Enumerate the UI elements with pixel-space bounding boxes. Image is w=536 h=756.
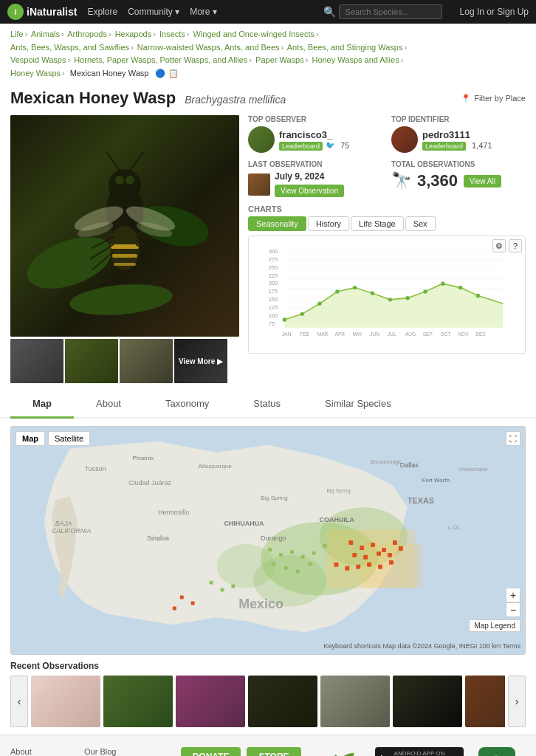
satellite-view-button[interactable]: Satellite [48, 431, 90, 446]
svg-text:COAHUILA: COAHUILA [320, 517, 355, 524]
obs-thumb-3[interactable] [176, 676, 245, 727]
obs-thumb-4[interactable] [248, 676, 317, 727]
svg-point-42 [283, 318, 286, 322]
tab-similar-species[interactable]: Similar Species [303, 391, 413, 419]
obs-thumb-6[interactable] [393, 676, 462, 727]
map-container[interactable]: Mexico Dallas Fort Worth TEXAS L.OL. BAJ… [10, 426, 526, 655]
chart-tab-lifestage[interactable]: Life Stage [351, 216, 404, 231]
map-fullscreen-button[interactable]: ⛶ [506, 431, 520, 446]
store-button[interactable]: STORE [247, 747, 300, 756]
header-right: 🔍 Log In or Sign Up [323, 4, 529, 19]
common-name: Mexican Honey Wasp [10, 89, 176, 107]
recent-obs-label: Recent Observations [10, 661, 526, 671]
map-view-button[interactable]: Map [16, 431, 45, 446]
nav-more[interactable]: More ▾ [190, 7, 217, 17]
breadcrumb-narrow[interactable]: Narrow-waisted Wasps, Ants, and Bees [137, 43, 280, 52]
observer-bird-icon: 🐦 [326, 141, 334, 149]
breadcrumb-hexapods[interactable]: Hexapods [115, 30, 152, 38]
svg-rect-78 [382, 548, 386, 552]
footer-col-about: About Help Forum Press Jobs [10, 747, 69, 756]
chart-tab-seasonality[interactable]: Seasonality [248, 216, 306, 231]
carousel-next-button[interactable]: › [508, 676, 526, 727]
svg-point-52 [458, 286, 462, 289]
top-identifier-avatar[interactable] [391, 126, 418, 153]
breadcrumb-animals[interactable]: Animals [31, 30, 60, 38]
breadcrumb-arthropods[interactable]: Arthropods [67, 30, 107, 38]
observer-name[interactable]: francisco3_ [279, 129, 349, 140]
species-title-area: Mexican Honey Wasp Brachygastra mellific… [10, 89, 286, 108]
view-observation-button[interactable]: View Observation [275, 185, 344, 197]
chart-help-icon[interactable]: ? [509, 239, 522, 252]
donate-button[interactable]: DONATE [181, 747, 241, 756]
leaf-app-icon[interactable]: 🍃 [478, 747, 515, 756]
tab-map[interactable]: Map [10, 391, 74, 419]
photo-thumb-viewmore[interactable]: View More ▶ [174, 339, 227, 383]
nav-explore[interactable]: Explore [87, 7, 117, 17]
breadcrumb-insects[interactable]: Insects [159, 30, 185, 38]
svg-text:Big Spring: Big Spring [261, 495, 288, 502]
tab-taxonomy[interactable]: Taxonomy [143, 391, 231, 419]
obs-thumb-7[interactable] [465, 676, 505, 727]
map-legend-button[interactable]: Map Legend [469, 619, 520, 632]
observer-leaderboard-badge: Leaderboard [279, 142, 323, 151]
svg-rect-75 [348, 540, 353, 545]
filter-place[interactable]: 📍 Filter by Place [461, 94, 526, 103]
carousel-prev-button[interactable]: ‹ [10, 676, 28, 727]
chart-tab-history[interactable]: History [308, 216, 349, 231]
map-attribution: Keyboard shortcuts Map data ©2024 Google… [323, 642, 520, 650]
obs-thumb-5[interactable] [320, 676, 390, 727]
total-obs-count: 3,360 [417, 171, 458, 190]
svg-text:JAN: JAN [282, 331, 292, 337]
breadcrumb-honey[interactable]: Honey Wasps [10, 69, 61, 78]
search-input[interactable] [339, 4, 442, 19]
breadcrumb-stinging[interactable]: Ants, Bees, and Stinging Wasps [287, 43, 403, 52]
breadcrumb-paper[interactable]: Paper Wasps [255, 55, 304, 64]
tab-about[interactable]: About [74, 391, 143, 419]
svg-rect-82 [377, 551, 381, 556]
svg-rect-97 [272, 563, 275, 566]
map-zoom-in-button[interactable]: + [506, 588, 520, 602]
photo-thumb-3[interactable] [120, 339, 173, 383]
breadcrumb-life[interactable]: Life [10, 30, 24, 38]
last-obs-thumbnail[interactable] [248, 173, 270, 196]
svg-text:FEB: FEB [300, 331, 309, 337]
google-play-badge[interactable]: ▶ ANDROID APP ON Google Play [375, 747, 464, 756]
svg-rect-84 [399, 546, 403, 551]
chart-tabs: Seasonality History Life Stage Sex [248, 216, 526, 231]
svg-rect-95 [312, 551, 316, 555]
svg-rect-89 [378, 565, 382, 569]
svg-rect-76 [360, 546, 364, 550]
svg-text:NOV: NOV [458, 331, 469, 337]
breadcrumb-ants[interactable]: Ants, Bees, Wasps, and Sawflies [10, 43, 129, 52]
breadcrumb-vespoid[interactable]: Vespoid Wasps [10, 55, 66, 64]
charts-label: CHARTS [248, 205, 526, 213]
footer-about[interactable]: About [10, 747, 69, 756]
footer-col-links: Our Blog Community Guidelines Terms of U… [84, 747, 166, 756]
svg-point-50 [423, 290, 427, 294]
map-zoom-out-button[interactable]: − [506, 602, 520, 617]
obs-thumb-2[interactable] [103, 676, 173, 727]
site-logo[interactable]: i iNaturalist [7, 4, 77, 20]
auth-link[interactable]: Log In or Sign Up [460, 7, 529, 17]
main-photo[interactable] [10, 115, 239, 337]
chart-tab-sex[interactable]: Sex [405, 216, 436, 231]
obs-thumb-1[interactable] [31, 676, 100, 727]
tab-status[interactable]: Status [231, 391, 303, 419]
photo-thumb-2[interactable] [65, 339, 118, 383]
svg-point-14 [126, 176, 134, 185]
breadcrumb-honey-allies[interactable]: Honey Wasps and Allies [312, 55, 399, 64]
breadcrumb-winged[interactable]: Winged and Once-winged Insects [193, 30, 315, 38]
breadcrumb-hornets[interactable]: Hornets, Paper Wasps, Potter Wasps, and … [74, 55, 247, 64]
view-all-button[interactable]: View All [464, 175, 501, 188]
map-svg: Mexico Dallas Fort Worth TEXAS L.OL. BAJ… [11, 427, 525, 654]
footer-blog[interactable]: Our Blog [84, 747, 166, 756]
chart-settings-icon[interactable]: ⚙ [492, 239, 506, 252]
identifier-name[interactable]: pedro3111 [422, 129, 492, 140]
top-observer-avatar[interactable] [248, 126, 275, 153]
photo-thumb-1[interactable] [10, 339, 63, 383]
svg-text:250: 250 [269, 264, 278, 271]
breadcrumb-icons: 🔵 📋 [155, 69, 178, 78]
last-obs-date: July 9, 2024 [275, 171, 344, 182]
svg-point-45 [335, 290, 339, 294]
nav-community[interactable]: Community ▾ [128, 7, 179, 17]
